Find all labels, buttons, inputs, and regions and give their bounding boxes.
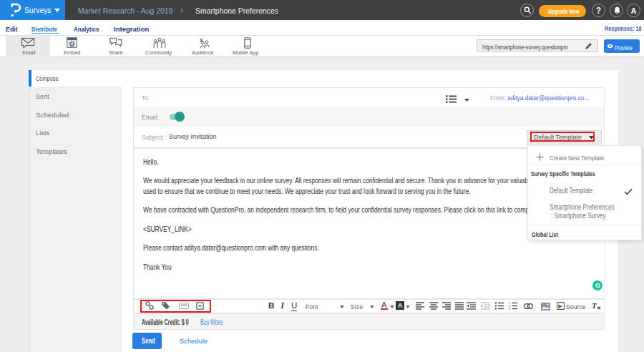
- svg-text:▶: ▶: [558, 303, 562, 308]
- svg-text:3: 3: [509, 308, 510, 310]
